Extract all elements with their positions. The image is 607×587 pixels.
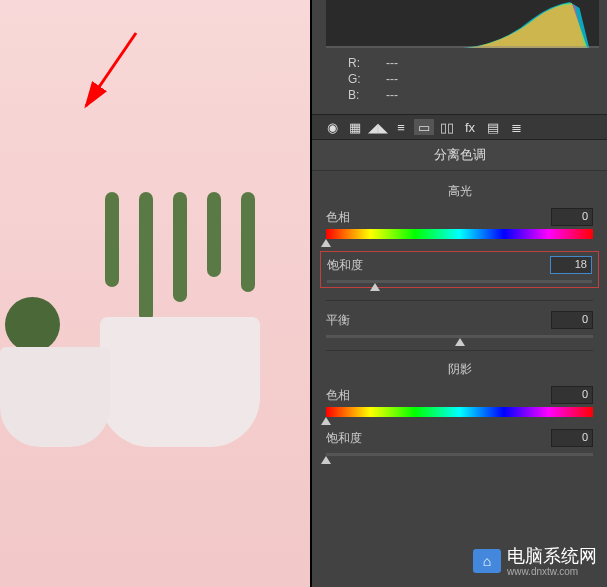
highlights-saturation-thumb[interactable] [370, 283, 380, 291]
tab-bar: ◉ ▦ ◢◣ ≡ ▭ ▯▯ fx ▤ ≣ [312, 114, 607, 140]
balance-label: 平衡 [326, 312, 350, 329]
adjustments-panel: R: --- G: --- B: --- ◉ ▦ ◢◣ [312, 0, 607, 587]
tab-split-tone-icon[interactable]: ▭ [414, 119, 434, 135]
highlights-hue-value[interactable]: 0 [551, 208, 593, 226]
shadows-hue-thumb[interactable] [321, 417, 331, 425]
highlights-saturation-slider[interactable] [327, 280, 592, 283]
highlights-saturation-value[interactable]: 18 [550, 256, 592, 274]
tab-basic-icon[interactable]: ◉ [322, 119, 342, 135]
highlights-saturation-label: 饱和度 [327, 257, 363, 274]
panel-title: 分离色调 [312, 140, 607, 171]
tab-presets-icon[interactable]: ≣ [506, 119, 526, 135]
image-preview [0, 0, 312, 587]
rgb-g-label: G: [348, 72, 366, 86]
watermark-text: 电脑系统网 [507, 544, 597, 568]
highlights-hue-slider[interactable] [326, 229, 593, 239]
histogram [326, 0, 599, 48]
shadows-saturation-value[interactable]: 0 [551, 429, 593, 447]
shadows-saturation-thumb[interactable] [321, 456, 331, 464]
rgb-b-value: --- [386, 88, 416, 102]
highlights-hue-label: 色相 [326, 209, 350, 226]
tab-fx-icon[interactable]: fx [460, 119, 480, 135]
balance-value[interactable]: 0 [551, 311, 593, 329]
rgb-g-value: --- [386, 72, 416, 86]
tab-calibration-icon[interactable]: ▤ [483, 119, 503, 135]
rgb-b-label: B: [348, 88, 366, 102]
rgb-readout: R: --- G: --- B: --- [312, 52, 607, 114]
shadows-saturation-label: 饱和度 [326, 430, 362, 447]
shadows-section-label: 阴影 [326, 361, 593, 378]
tab-detail-icon[interactable]: ◢◣ [368, 119, 388, 135]
tab-hsl-icon[interactable]: ≡ [391, 119, 411, 135]
watermark: ⌂ 电脑系统网 www.dnxtw.com [473, 544, 597, 577]
balance-thumb[interactable] [455, 338, 465, 346]
tab-curve-icon[interactable]: ▦ [345, 119, 365, 135]
watermark-icon: ⌂ [473, 549, 501, 573]
highlights-section-label: 高光 [326, 183, 593, 200]
tab-lens-icon[interactable]: ▯▯ [437, 119, 457, 135]
rgb-r-label: R: [348, 56, 366, 70]
shadows-hue-slider[interactable] [326, 407, 593, 417]
shadows-hue-value[interactable]: 0 [551, 386, 593, 404]
balance-slider[interactable] [326, 335, 593, 338]
shadows-hue-label: 色相 [326, 387, 350, 404]
rgb-r-value: --- [386, 56, 416, 70]
shadows-saturation-slider[interactable] [326, 453, 593, 456]
highlights-hue-thumb[interactable] [321, 239, 331, 247]
